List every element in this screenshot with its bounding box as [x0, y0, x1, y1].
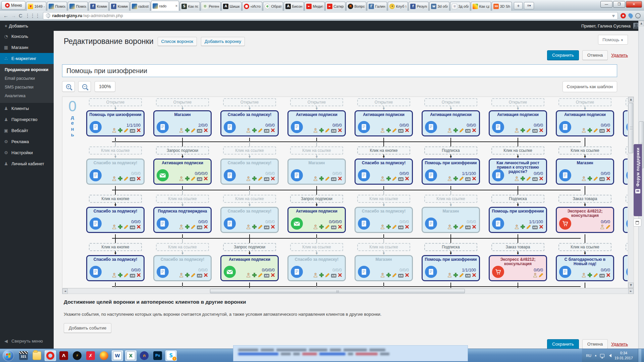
ab-test-icon[interactable]: A/B — [197, 274, 202, 278]
edit-icon[interactable] — [325, 273, 330, 279]
trigger-label[interactable]: Клик на ссылке — [357, 243, 410, 251]
delete-icon[interactable] — [136, 224, 141, 231]
trigger-label[interactable]: Клик на ссылке — [626, 146, 628, 155]
delete-icon[interactable] — [405, 128, 410, 134]
edit-icon[interactable] — [392, 273, 397, 279]
client-icon[interactable] — [246, 128, 251, 134]
sidebar-item-account[interactable]: ♟Личный кабинет — [0, 158, 54, 169]
trigger-label[interactable]: Клик на ссылке — [558, 243, 611, 251]
delete-icon[interactable] — [337, 176, 342, 182]
trigger-label[interactable]: Клик на ссылке — [491, 146, 544, 155]
funnel-add-button[interactable]: Добавить воронку — [201, 37, 245, 46]
funnel-node[interactable]: Помощь при шизофрении 1/1/100 A/B — [489, 207, 547, 233]
sidebar-item-ads[interactable]: ⚙Реклама — [0, 136, 54, 147]
language-indicator[interactable]: RU — [586, 354, 591, 358]
client-icon[interactable] — [246, 176, 251, 182]
funnel-canvas[interactable]: 0 д е н ь Открытие▼ Помощь при шизофрени… — [62, 97, 634, 288]
ab-test-icon[interactable]: A/B — [465, 274, 471, 278]
audacity-icon[interactable]: ∩ — [138, 350, 150, 361]
funnel-node[interactable]: Магазин 0/0/0 A/B — [355, 255, 413, 281]
trigger-label[interactable]: Клик на ссылке — [223, 146, 276, 155]
delete-icon[interactable] — [539, 128, 544, 134]
client-icon[interactable] — [447, 176, 452, 182]
trigger-label[interactable]: Клик на ссылке — [89, 146, 142, 155]
browser-tab[interactable]: Помощ — [47, 2, 67, 11]
ab-test-icon[interactable]: A/B — [331, 129, 336, 133]
funnel-node[interactable]: Экспресс &#8212; консультация 0/0/0 — [489, 255, 547, 281]
edit-icon[interactable] — [526, 224, 531, 231]
add-icon[interactable] — [386, 176, 391, 182]
explorer-icon[interactable] — [31, 350, 43, 361]
browser-tab[interactable]: ≡ 3д обл — [450, 2, 470, 11]
delete-icon[interactable] — [405, 273, 410, 279]
cancel-button-bottom[interactable]: Отмена — [582, 339, 608, 349]
add-icon[interactable] — [453, 224, 458, 231]
trigger-label[interactable]: Клик на ссылке — [558, 146, 611, 155]
trash-button[interactable] — [633, 219, 641, 227]
scrollbar-thumb[interactable] — [210, 289, 465, 293]
ab-test-icon[interactable]: A/B — [398, 226, 404, 229]
funnel-node[interactable]: Активация подписки 0/0/0 A/B — [287, 110, 346, 136]
browser-tab[interactable]: Как сд — [471, 2, 491, 11]
client-icon[interactable] — [533, 273, 538, 279]
edit-icon[interactable] — [459, 176, 464, 182]
client-icon[interactable] — [112, 176, 117, 182]
trigger-label[interactable]: Запрос подписки — [290, 195, 343, 203]
delete-icon[interactable] — [270, 224, 275, 231]
delete-icon[interactable] — [270, 176, 275, 182]
acrobat-icon[interactable]: Λ — [58, 350, 70, 361]
funnel-node[interactable]: Спасибо за подписку! 0/0/0 A/B — [355, 207, 413, 233]
sidebar-item-clients[interactable]: ♟Клиенты — [0, 103, 54, 114]
skype-icon[interactable]: S1 — [165, 350, 177, 361]
funnel-node[interactable]: Магазин 2/0/0 A/B — [153, 110, 212, 136]
trigger-label[interactable]: Клик на кнопке — [89, 243, 142, 251]
delete-icon[interactable] — [337, 273, 342, 279]
funnel-node[interactable]: Активация подписки 0/0/0/0 A/B — [287, 207, 346, 233]
sidebar-item-partners[interactable]: ♟Партнерство — [0, 114, 54, 125]
scroll-right-icon[interactable]: ► — [628, 289, 634, 294]
back-icon[interactable]: ← — [3, 13, 8, 18]
delete-icon[interactable] — [337, 128, 342, 134]
ab-test-icon[interactable]: A/B — [465, 129, 471, 133]
funnel-node[interactable]: Активация подписки 0/0/0/0 A/B — [153, 159, 212, 185]
delete-icon[interactable] — [606, 176, 611, 182]
funnel-node[interactable]: Активация подписки 0/0/0 A/B — [489, 110, 547, 136]
opera-icon[interactable] — [44, 350, 56, 361]
restore-button[interactable]: ❐ — [613, 1, 625, 8]
trigger-label[interactable]: Открытие — [156, 98, 209, 106]
funnel-node[interactable]: П A/B — [623, 207, 628, 233]
funnel-node[interactable]: Спасибо за подписку! 0/0/0 A/B — [86, 255, 145, 281]
browser-tab[interactable]: ✦ Клуб т — [388, 2, 408, 11]
edit-icon[interactable] — [459, 273, 464, 279]
ab-test-icon[interactable]: A/B — [599, 177, 605, 181]
funnel-node[interactable]: Магазин 0/0/0 A/B — [422, 207, 480, 233]
funnel-node[interactable]: A/B — [623, 110, 628, 136]
add-icon[interactable] — [386, 128, 391, 134]
funnel-node[interactable]: Спасибо за подписку! 0/0/0 A/B — [220, 207, 279, 233]
delete-icon[interactable] — [136, 128, 141, 134]
cancel-button[interactable]: Отмена — [582, 50, 608, 60]
client-icon[interactable] — [112, 273, 117, 279]
url-field[interactable]: radost-gizny.ru/wp-admin/admin.php ♥ — [43, 12, 618, 19]
edit-icon[interactable] — [459, 128, 464, 134]
delete-icon[interactable] — [136, 273, 141, 279]
client-icon[interactable] — [313, 128, 318, 134]
network-icon[interactable] — [600, 354, 604, 357]
daemon-tools-icon[interactable]: ⚡ — [71, 350, 83, 361]
ab-test-icon[interactable]: A/B — [130, 177, 135, 181]
tray-expand-icon[interactable]: ▲ — [594, 354, 597, 357]
ab-test-icon[interactable]: A/B — [599, 274, 605, 278]
sidebar-item-website[interactable]: ▣Вебсайт — [0, 125, 54, 136]
delete-icon[interactable] — [405, 224, 410, 231]
ab-test-icon[interactable]: A/B — [532, 129, 538, 133]
edit-icon[interactable] — [593, 273, 598, 279]
delete-icon[interactable] — [472, 273, 477, 279]
client-icon[interactable] — [600, 224, 605, 231]
sidebar-item-dashboard[interactable]: ◔Консоль — [0, 31, 54, 42]
edit-icon[interactable] — [526, 176, 531, 182]
funnel-node[interactable]: Магазин 0/0/0 A/B — [556, 159, 614, 185]
client-icon[interactable] — [380, 273, 385, 279]
ab-test-icon[interactable]: A/B — [130, 129, 135, 133]
client-icon[interactable] — [380, 224, 385, 231]
edit-icon[interactable] — [606, 224, 611, 231]
